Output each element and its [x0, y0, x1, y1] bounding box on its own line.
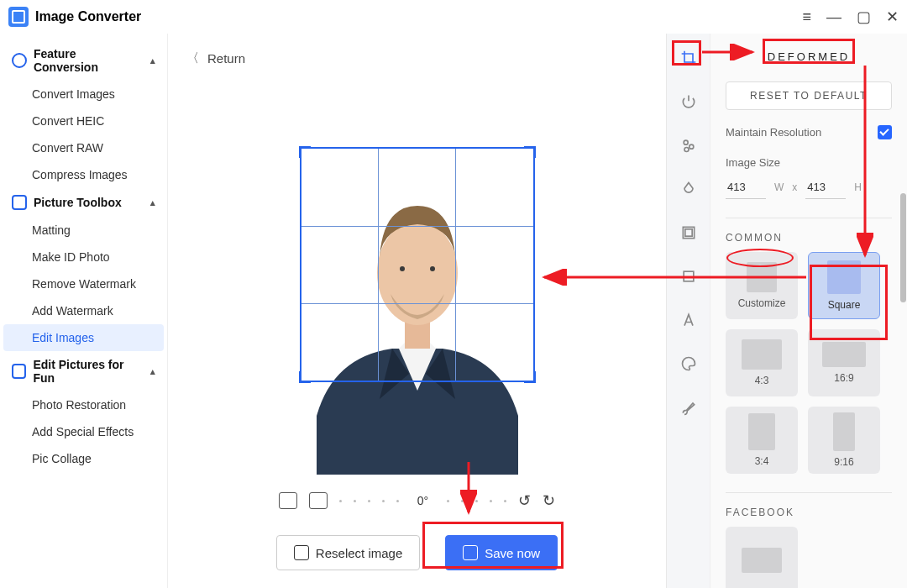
image-icon [294, 545, 309, 560]
download-icon [463, 545, 478, 560]
text-tool-icon[interactable] [679, 311, 698, 329]
flip-horizontal-icon[interactable] [279, 492, 297, 509]
power-icon[interactable] [679, 92, 698, 111]
return-button[interactable]: 〈 Return [185, 45, 247, 71]
square-tool-icon[interactable] [679, 267, 698, 286]
rotate-right-icon[interactable]: ↻ [543, 491, 555, 510]
sidebar-item-pic-collage[interactable]: Pic Collage [3, 445, 164, 472]
sidebar-item-edit-images[interactable]: Edit Images [3, 324, 164, 351]
frame-icon[interactable] [679, 223, 698, 242]
preset-4-3[interactable]: 4:3 [726, 329, 798, 396]
tool-rail [666, 34, 710, 588]
image-height-input[interactable] [805, 176, 846, 199]
sidebar-item-compress-images[interactable]: Compress Images [3, 161, 164, 188]
save-now-button[interactable]: Save now [445, 535, 558, 570]
image-size-label: Image Size [726, 156, 892, 169]
reselect-image-button[interactable]: Reselect image [276, 535, 420, 570]
svg-rect-10 [684, 271, 694, 281]
return-label: Return [207, 51, 245, 66]
canvas-area: 〈 Return [168, 34, 666, 588]
image-preview[interactable] [300, 147, 535, 475]
preset-3-4[interactable]: 3:4 [726, 407, 798, 474]
crop-handle-tl[interactable] [299, 146, 311, 158]
maximize-button[interactable]: ▢ [857, 8, 871, 26]
app-title: Image Converter [35, 9, 141, 24]
svg-rect-9 [684, 229, 691, 236]
category-facebook: FACEBOOK [726, 507, 892, 518]
flip-vertical-icon[interactable] [309, 492, 328, 509]
crop-handle-br[interactable] [524, 371, 536, 383]
preset-16-9[interactable]: 16:9 [808, 329, 880, 396]
sidebar-item-convert-images[interactable]: Convert Images [3, 81, 164, 108]
sidebar-item-matting[interactable]: Matting [3, 217, 164, 244]
rotation-angle: 0° [417, 494, 428, 507]
app-logo-icon [8, 7, 29, 27]
right-panel: DEFORMED RESET TO DEFAULT Maintain Resol… [710, 34, 907, 588]
brush-icon[interactable] [679, 398, 698, 417]
sidebar-group-feature-conversion[interactable]: Feature Conversion ▴ [3, 40, 164, 81]
preset-grid: CustomizeSquare4:316:93:49:16 [726, 252, 892, 474]
picture-icon [12, 364, 26, 379]
sidebar-item-add-watermark[interactable]: Add Watermark [3, 297, 164, 324]
hexagon-icon [12, 53, 27, 68]
category-common: COMMON [726, 232, 892, 244]
reset-to-default-button[interactable]: RESET TO DEFAULT [726, 81, 892, 110]
window-controls: ≡ — ▢ ✕ [802, 8, 899, 26]
sidebar-item-photo-restoration[interactable]: Photo Restoration [3, 391, 164, 418]
droplet-icon[interactable] [679, 180, 698, 198]
preset-9-16[interactable]: 9:16 [808, 407, 880, 474]
sidebar-item-convert-heic[interactable]: Convert HEIC [3, 108, 164, 134]
chevron-up-icon: ▴ [150, 197, 155, 208]
svg-point-5 [684, 140, 688, 144]
sidebar-item-add-special-effects[interactable]: Add Special Effects [3, 418, 164, 445]
grid-line [378, 149, 379, 381]
svg-point-7 [684, 148, 689, 152]
maintain-resolution-checkbox[interactable] [878, 125, 892, 139]
rotate-toolbar: 0° ↺ ↻ [279, 491, 555, 510]
maintain-resolution-label: Maintain Resolution [726, 126, 821, 139]
grid-line [455, 149, 456, 381]
chevron-left-icon: 〈 [186, 50, 199, 66]
image-width-input[interactable] [726, 176, 766, 199]
close-button[interactable]: ✕ [886, 8, 899, 26]
menu-icon[interactable]: ≡ [802, 8, 811, 26]
sidebar-item-remove-watermark[interactable]: Remove Watermark [3, 270, 164, 297]
panel-section-deformed: DEFORMED [726, 45, 892, 68]
preset-facebook[interactable] [726, 527, 798, 588]
sidebar-item-make-id-photo[interactable]: Make ID Photo [3, 244, 164, 270]
chevron-up-icon: ▴ [150, 366, 155, 377]
crop-tool-icon[interactable] [679, 49, 698, 67]
sidebar-item-convert-raw[interactable]: Convert RAW [3, 134, 164, 161]
crop-box[interactable] [300, 147, 535, 382]
titlebar: Image Converter ≡ — ▢ ✕ [0, 0, 907, 34]
preset-square[interactable]: Square [808, 252, 880, 319]
sidebar: Feature Conversion ▴ Convert Images Conv… [0, 34, 168, 588]
square-icon [12, 195, 27, 210]
grid-line [301, 226, 533, 227]
palette-icon[interactable] [679, 354, 698, 373]
sidebar-group-edit-pictures-fun[interactable]: Edit Pictures for Fun ▴ [3, 351, 164, 391]
svg-point-6 [689, 144, 693, 149]
chevron-up-icon: ▴ [150, 55, 155, 66]
scrollbar[interactable] [900, 193, 906, 302]
grid-line [301, 303, 533, 304]
crop-handle-bl[interactable] [299, 371, 311, 383]
preset-customize[interactable]: Customize [726, 252, 798, 319]
adjust-icon[interactable] [679, 136, 698, 155]
rotate-left-icon[interactable]: ↺ [518, 491, 531, 510]
crop-handle-tr[interactable] [524, 146, 536, 158]
sidebar-group-picture-toolbox[interactable]: Picture Toolbox ▴ [3, 188, 164, 217]
minimize-button[interactable]: — [826, 8, 841, 26]
